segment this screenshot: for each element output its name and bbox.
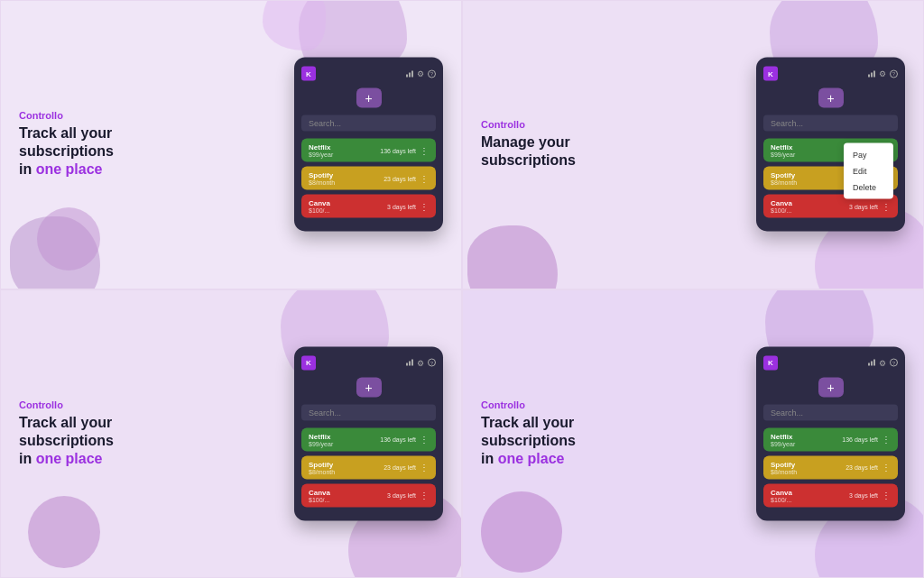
netflix-price-q1: $99/year [309, 151, 333, 158]
canva-price-q1: $100/... [309, 207, 330, 214]
netflix-days-q3: 136 days left [380, 436, 416, 443]
spotify-menu-q4[interactable]: ⋮ [882, 463, 891, 472]
app-logo-q2: K [763, 67, 778, 81]
canva-days-q4: 3 days left [849, 492, 878, 499]
netflix-price-q2: $99/year [771, 151, 795, 158]
netflix-item-q4: Netflix $99/year 136 days left ⋮ [763, 427, 898, 451]
netflix-price-q4: $99/year [771, 440, 795, 446]
phone-mockup-q4: K ⚙ ? + Search... Netflix $99/year 136 d… [756, 346, 905, 520]
headline-line1-q1: Track all your subscriptions [19, 125, 114, 159]
phone-header-q3: K ⚙ ? [301, 355, 436, 370]
context-delete-q2[interactable]: Delete [844, 179, 893, 196]
app-logo-q1: K [301, 67, 316, 81]
canva-menu-q4[interactable]: ⋮ [882, 491, 891, 500]
brand-q4: Controllo [481, 399, 625, 410]
brand-q1: Controllo [19, 110, 163, 121]
quadrant-3: Controllo Track all your subscriptions i… [0, 289, 462, 579]
signal-icon-q1 [406, 70, 413, 77]
brand-q2: Controllo [481, 119, 625, 130]
canva-left-q3: Canva $100/... [309, 488, 330, 502]
spotify-left-q4: Spotify $8/month [771, 460, 797, 474]
canva-right-q2: 3 days left ⋮ [849, 201, 891, 211]
netflix-right-q3: 136 days left ⋮ [380, 435, 429, 445]
spotify-days-q3: 23 days left [383, 464, 416, 471]
spotify-name-q2: Spotify [771, 171, 797, 179]
blob-bl-q2 [467, 225, 558, 289]
netflix-right-q1: 136 days left ⋮ [380, 145, 429, 155]
canva-right-q3: 3 days left ⋮ [387, 491, 429, 500]
spotify-menu-q3[interactable]: ⋮ [420, 463, 429, 472]
canva-left-q1: Canva $100/... [309, 199, 330, 214]
netflix-menu-q1[interactable]: ⋮ [420, 145, 429, 155]
app-logo-q3: K [301, 355, 316, 370]
canva-name-q2: Canva [771, 199, 792, 207]
add-button-q1[interactable]: + [356, 88, 382, 108]
netflix-price-q3: $99/year [309, 440, 333, 446]
netflix-name-q2: Netflix [771, 143, 795, 151]
spotify-menu-q1[interactable]: ⋮ [420, 173, 429, 183]
text-area-q2: Controllo Manage your subscriptions [481, 119, 625, 170]
phone-header-q2: K ⚙ ? [763, 67, 898, 81]
canva-item-q1: Canva $100/... 3 days left ⋮ [301, 195, 436, 218]
canva-left-q4: Canva $100/... [771, 488, 792, 502]
canva-right-q4: 3 days left ⋮ [849, 491, 891, 500]
help-icon-q3: ? [428, 359, 436, 367]
netflix-left-q1: Netflix $99/year [309, 143, 333, 158]
search-bar-q3[interactable]: Search... [301, 404, 436, 420]
spotify-name-q1: Spotify [309, 171, 335, 179]
add-button-q4[interactable]: + [818, 377, 844, 397]
canva-days-q1: 3 days left [387, 203, 416, 209]
phone-icons-q3: ⚙ ? [406, 358, 436, 367]
headline-q1: Track all your subscriptions in one plac… [19, 124, 163, 179]
canva-price-q4: $100/... [771, 496, 792, 502]
spotify-item-q1: Spotify $8/month 23 days left ⋮ [301, 167, 436, 190]
canva-name-q3: Canva [309, 488, 330, 496]
blob-bottom-q3 [28, 496, 100, 568]
phone-icons-q4: ⚙ ? [868, 358, 898, 367]
text-area-q3: Controllo Track all your subscriptions i… [19, 399, 163, 468]
netflix-left-q3: Netflix $99/year [309, 432, 333, 446]
headline-q4: Track all your subscriptions in one plac… [481, 414, 625, 468]
search-bar-q4[interactable]: Search... [763, 404, 898, 420]
gear-icon-q1: ⚙ [417, 69, 424, 78]
search-bar-q2[interactable]: Search... [763, 115, 898, 132]
canva-menu-q2[interactable]: ⋮ [882, 201, 891, 211]
context-edit-q2[interactable]: Edit [844, 163, 893, 179]
search-bar-q1[interactable]: Search... [301, 115, 436, 132]
headline-line1-q4: Track all your subscriptions [481, 415, 576, 448]
spotify-right-q3: 23 days left ⋮ [383, 463, 429, 472]
spotify-left-q1: Spotify $8/month [309, 171, 335, 186]
headline-line2-q1: in [19, 161, 36, 177]
add-button-q2[interactable]: + [818, 88, 844, 108]
netflix-name-q3: Netflix [309, 432, 333, 440]
spotify-name-q4: Spotify [771, 460, 797, 468]
phone-icons-q1: ⚙ ? [406, 69, 436, 78]
app-logo-q4: K [763, 355, 778, 370]
phone-mockup-q3: K ⚙ ? + Search... Netflix $99/year 136 d… [294, 346, 443, 520]
canva-menu-q3[interactable]: ⋮ [420, 491, 429, 500]
gear-icon-q4: ⚙ [879, 358, 886, 367]
spotify-item-q4: Spotify $8/month 23 days left ⋮ [763, 455, 898, 479]
netflix-days-q4: 136 days left [842, 436, 878, 443]
spotify-price-q4: $8/month [771, 468, 797, 474]
canva-menu-q1[interactable]: ⋮ [420, 201, 429, 211]
add-button-q3[interactable]: + [356, 377, 382, 397]
quadrant-4: Controllo Track all your subscriptions i… [462, 289, 924, 579]
spotify-price-q2: $8/month [771, 179, 797, 186]
canva-days-q3: 3 days left [387, 492, 416, 499]
canva-item-q4: Canva $100/... 3 days left ⋮ [763, 483, 898, 507]
canva-price-q2: $100/... [771, 207, 792, 214]
netflix-menu-q4[interactable]: ⋮ [882, 435, 891, 445]
netflix-name-q1: Netflix [309, 143, 333, 151]
gear-icon-q3: ⚙ [417, 358, 424, 367]
signal-icon-q2 [868, 70, 875, 77]
spotify-days-q4: 23 days left [845, 464, 878, 471]
spotify-right-q4: 23 days left ⋮ [845, 463, 891, 472]
spotify-left-q3: Spotify $8/month [309, 460, 335, 474]
help-icon-q4: ? [890, 359, 898, 367]
netflix-menu-q3[interactable]: ⋮ [420, 435, 429, 445]
context-menu-q2: Pay Edit Delete [844, 143, 893, 199]
blob-tr-q1 [263, 0, 326, 50]
blob-bottom-q4 [481, 491, 562, 573]
context-pay-q2[interactable]: Pay [844, 147, 893, 163]
